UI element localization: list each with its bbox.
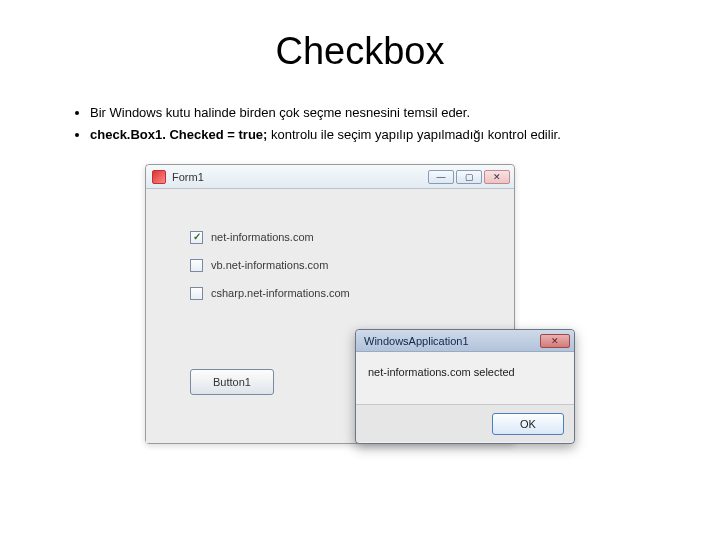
checkbox-row[interactable]: csharp.net-informations.com: [190, 279, 450, 307]
maximize-button[interactable]: ▢: [456, 170, 482, 184]
checkbox-icon[interactable]: [190, 259, 203, 272]
messagebox-text: net-informations.com selected: [356, 352, 574, 404]
checkbox-label: csharp.net-informations.com: [211, 287, 350, 299]
form-titlebar: Form1 — ▢ ✕: [146, 165, 514, 189]
form-title: Form1: [172, 171, 428, 183]
bullet-item: check.Box1. Checked = true; kontrolu ile…: [90, 125, 680, 145]
app-icon: [152, 170, 166, 184]
checkbox-label: net-informations.com: [211, 231, 314, 243]
checkbox-icon[interactable]: [190, 231, 203, 244]
checkbox-row[interactable]: net-informations.com: [190, 223, 450, 251]
bullet-list: Bir Windows kutu halinde birden çok seçm…: [50, 103, 680, 144]
button1[interactable]: Button1: [190, 369, 274, 395]
bullet-rest: kontrolu ile seçim yapılıp yapılmadığı k…: [267, 127, 560, 142]
messagebox-footer: OK: [356, 404, 574, 442]
window-buttons: — ▢ ✕: [428, 170, 510, 184]
page-title: Checkbox: [40, 30, 680, 73]
bullet-bold: check.Box1. Checked = true;: [90, 127, 267, 142]
messagebox-titlebar: WindowsApplication1 ✕: [356, 330, 574, 352]
close-button[interactable]: ✕: [484, 170, 510, 184]
messagebox-title: WindowsApplication1: [364, 335, 540, 347]
messagebox-window: WindowsApplication1 ✕ net-informations.c…: [355, 329, 575, 444]
checkbox-label: vb.net-informations.com: [211, 259, 328, 271]
ok-button[interactable]: OK: [492, 413, 564, 435]
slide: Checkbox Bir Windows kutu halinde birden…: [0, 0, 720, 540]
checkbox-row[interactable]: vb.net-informations.com: [190, 251, 450, 279]
minimize-button[interactable]: —: [428, 170, 454, 184]
bullet-item: Bir Windows kutu halinde birden çok seçm…: [90, 103, 680, 123]
close-button[interactable]: ✕: [540, 334, 570, 348]
checkbox-icon[interactable]: [190, 287, 203, 300]
screenshot-area: Form1 — ▢ ✕ net-informations.com vb.net-…: [145, 164, 575, 474]
checkbox-group: net-informations.com vb.net-informations…: [190, 223, 450, 307]
